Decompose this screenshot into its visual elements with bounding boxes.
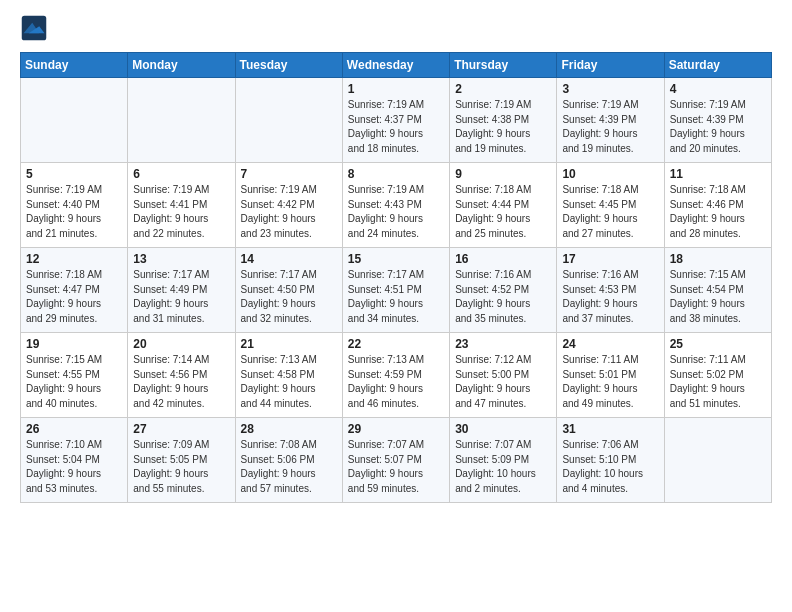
logo-icon — [20, 14, 48, 42]
cell-info: Sunrise: 7:18 AM Sunset: 4:44 PM Dayligh… — [455, 183, 551, 241]
cell-info: Sunrise: 7:14 AM Sunset: 4:56 PM Dayligh… — [133, 353, 229, 411]
calendar-cell: 13Sunrise: 7:17 AM Sunset: 4:49 PM Dayli… — [128, 248, 235, 333]
calendar-cell: 25Sunrise: 7:11 AM Sunset: 5:02 PM Dayli… — [664, 333, 771, 418]
day-number: 15 — [348, 252, 444, 266]
day-number: 11 — [670, 167, 766, 181]
cell-info: Sunrise: 7:19 AM Sunset: 4:39 PM Dayligh… — [670, 98, 766, 156]
cell-info: Sunrise: 7:19 AM Sunset: 4:42 PM Dayligh… — [241, 183, 337, 241]
cell-info: Sunrise: 7:17 AM Sunset: 4:51 PM Dayligh… — [348, 268, 444, 326]
weekday-header-thursday: Thursday — [450, 53, 557, 78]
day-number: 3 — [562, 82, 658, 96]
calendar-cell: 2Sunrise: 7:19 AM Sunset: 4:38 PM Daylig… — [450, 78, 557, 163]
cell-info: Sunrise: 7:15 AM Sunset: 4:54 PM Dayligh… — [670, 268, 766, 326]
cell-info: Sunrise: 7:08 AM Sunset: 5:06 PM Dayligh… — [241, 438, 337, 496]
day-number: 14 — [241, 252, 337, 266]
weekday-header-friday: Friday — [557, 53, 664, 78]
day-number: 21 — [241, 337, 337, 351]
calendar-cell: 18Sunrise: 7:15 AM Sunset: 4:54 PM Dayli… — [664, 248, 771, 333]
calendar-cell: 4Sunrise: 7:19 AM Sunset: 4:39 PM Daylig… — [664, 78, 771, 163]
cell-info: Sunrise: 7:19 AM Sunset: 4:37 PM Dayligh… — [348, 98, 444, 156]
day-number: 20 — [133, 337, 229, 351]
cell-info: Sunrise: 7:19 AM Sunset: 4:40 PM Dayligh… — [26, 183, 122, 241]
day-number: 30 — [455, 422, 551, 436]
cell-info: Sunrise: 7:18 AM Sunset: 4:46 PM Dayligh… — [670, 183, 766, 241]
weekday-header-row: SundayMondayTuesdayWednesdayThursdayFrid… — [21, 53, 772, 78]
calendar-cell: 21Sunrise: 7:13 AM Sunset: 4:58 PM Dayli… — [235, 333, 342, 418]
calendar-cell: 11Sunrise: 7:18 AM Sunset: 4:46 PM Dayli… — [664, 163, 771, 248]
calendar-cell: 31Sunrise: 7:06 AM Sunset: 5:10 PM Dayli… — [557, 418, 664, 503]
day-number: 7 — [241, 167, 337, 181]
cell-info: Sunrise: 7:18 AM Sunset: 4:47 PM Dayligh… — [26, 268, 122, 326]
day-number: 27 — [133, 422, 229, 436]
calendar-week-1: 1Sunrise: 7:19 AM Sunset: 4:37 PM Daylig… — [21, 78, 772, 163]
cell-info: Sunrise: 7:10 AM Sunset: 5:04 PM Dayligh… — [26, 438, 122, 496]
calendar-cell: 27Sunrise: 7:09 AM Sunset: 5:05 PM Dayli… — [128, 418, 235, 503]
day-number: 12 — [26, 252, 122, 266]
day-number: 8 — [348, 167, 444, 181]
cell-info: Sunrise: 7:13 AM Sunset: 4:58 PM Dayligh… — [241, 353, 337, 411]
cell-info: Sunrise: 7:13 AM Sunset: 4:59 PM Dayligh… — [348, 353, 444, 411]
cell-info: Sunrise: 7:19 AM Sunset: 4:39 PM Dayligh… — [562, 98, 658, 156]
cell-info: Sunrise: 7:11 AM Sunset: 5:02 PM Dayligh… — [670, 353, 766, 411]
day-number: 19 — [26, 337, 122, 351]
calendar-cell: 16Sunrise: 7:16 AM Sunset: 4:52 PM Dayli… — [450, 248, 557, 333]
calendar-cell: 30Sunrise: 7:07 AM Sunset: 5:09 PM Dayli… — [450, 418, 557, 503]
calendar-cell: 24Sunrise: 7:11 AM Sunset: 5:01 PM Dayli… — [557, 333, 664, 418]
cell-info: Sunrise: 7:18 AM Sunset: 4:45 PM Dayligh… — [562, 183, 658, 241]
cell-info: Sunrise: 7:06 AM Sunset: 5:10 PM Dayligh… — [562, 438, 658, 496]
calendar-week-2: 5Sunrise: 7:19 AM Sunset: 4:40 PM Daylig… — [21, 163, 772, 248]
weekday-header-sunday: Sunday — [21, 53, 128, 78]
calendar-week-4: 19Sunrise: 7:15 AM Sunset: 4:55 PM Dayli… — [21, 333, 772, 418]
cell-info: Sunrise: 7:16 AM Sunset: 4:52 PM Dayligh… — [455, 268, 551, 326]
calendar-cell: 9Sunrise: 7:18 AM Sunset: 4:44 PM Daylig… — [450, 163, 557, 248]
cell-info: Sunrise: 7:16 AM Sunset: 4:53 PM Dayligh… — [562, 268, 658, 326]
calendar-cell — [664, 418, 771, 503]
calendar-cell: 10Sunrise: 7:18 AM Sunset: 4:45 PM Dayli… — [557, 163, 664, 248]
calendar-cell: 15Sunrise: 7:17 AM Sunset: 4:51 PM Dayli… — [342, 248, 449, 333]
day-number: 31 — [562, 422, 658, 436]
calendar-cell: 8Sunrise: 7:19 AM Sunset: 4:43 PM Daylig… — [342, 163, 449, 248]
calendar-cell: 26Sunrise: 7:10 AM Sunset: 5:04 PM Dayli… — [21, 418, 128, 503]
calendar-cell: 1Sunrise: 7:19 AM Sunset: 4:37 PM Daylig… — [342, 78, 449, 163]
day-number: 16 — [455, 252, 551, 266]
cell-info: Sunrise: 7:09 AM Sunset: 5:05 PM Dayligh… — [133, 438, 229, 496]
calendar-week-5: 26Sunrise: 7:10 AM Sunset: 5:04 PM Dayli… — [21, 418, 772, 503]
calendar-cell: 23Sunrise: 7:12 AM Sunset: 5:00 PM Dayli… — [450, 333, 557, 418]
calendar-week-3: 12Sunrise: 7:18 AM Sunset: 4:47 PM Dayli… — [21, 248, 772, 333]
header — [20, 16, 772, 42]
day-number: 17 — [562, 252, 658, 266]
weekday-header-saturday: Saturday — [664, 53, 771, 78]
weekday-header-wednesday: Wednesday — [342, 53, 449, 78]
day-number: 18 — [670, 252, 766, 266]
cell-info: Sunrise: 7:19 AM Sunset: 4:41 PM Dayligh… — [133, 183, 229, 241]
calendar-table: SundayMondayTuesdayWednesdayThursdayFrid… — [20, 52, 772, 503]
day-number: 22 — [348, 337, 444, 351]
day-number: 28 — [241, 422, 337, 436]
day-number: 2 — [455, 82, 551, 96]
day-number: 4 — [670, 82, 766, 96]
calendar-cell: 14Sunrise: 7:17 AM Sunset: 4:50 PM Dayli… — [235, 248, 342, 333]
day-number: 24 — [562, 337, 658, 351]
day-number: 13 — [133, 252, 229, 266]
cell-info: Sunrise: 7:17 AM Sunset: 4:49 PM Dayligh… — [133, 268, 229, 326]
day-number: 23 — [455, 337, 551, 351]
cell-info: Sunrise: 7:15 AM Sunset: 4:55 PM Dayligh… — [26, 353, 122, 411]
day-number: 9 — [455, 167, 551, 181]
day-number: 1 — [348, 82, 444, 96]
calendar-cell: 20Sunrise: 7:14 AM Sunset: 4:56 PM Dayli… — [128, 333, 235, 418]
cell-info: Sunrise: 7:12 AM Sunset: 5:00 PM Dayligh… — [455, 353, 551, 411]
calendar-cell: 6Sunrise: 7:19 AM Sunset: 4:41 PM Daylig… — [128, 163, 235, 248]
calendar-cell: 22Sunrise: 7:13 AM Sunset: 4:59 PM Dayli… — [342, 333, 449, 418]
weekday-header-tuesday: Tuesday — [235, 53, 342, 78]
calendar-cell: 12Sunrise: 7:18 AM Sunset: 4:47 PM Dayli… — [21, 248, 128, 333]
cell-info: Sunrise: 7:17 AM Sunset: 4:50 PM Dayligh… — [241, 268, 337, 326]
calendar-cell — [235, 78, 342, 163]
day-number: 5 — [26, 167, 122, 181]
day-number: 26 — [26, 422, 122, 436]
day-number: 10 — [562, 167, 658, 181]
day-number: 6 — [133, 167, 229, 181]
calendar-cell: 17Sunrise: 7:16 AM Sunset: 4:53 PM Dayli… — [557, 248, 664, 333]
calendar-cell — [21, 78, 128, 163]
day-number: 25 — [670, 337, 766, 351]
weekday-header-monday: Monday — [128, 53, 235, 78]
